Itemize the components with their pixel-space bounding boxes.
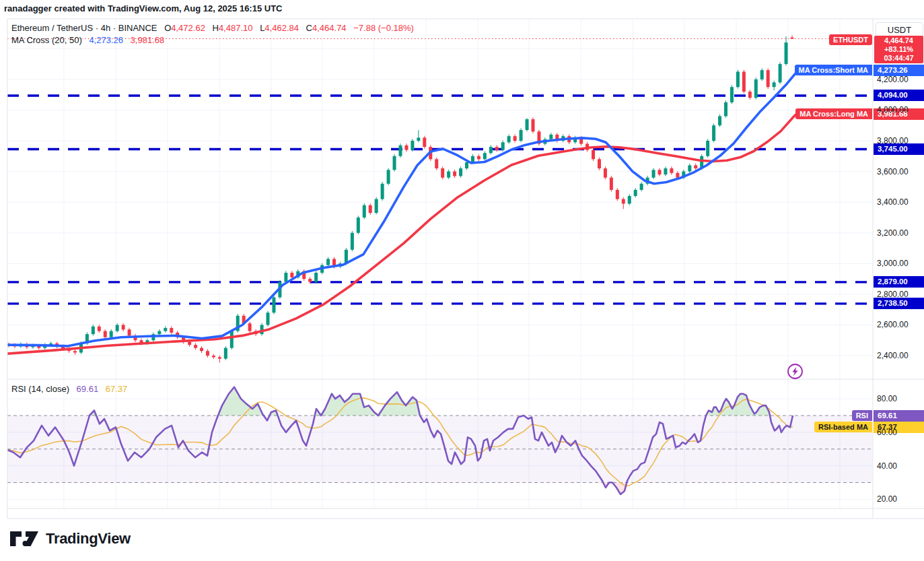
rsi-legend[interactable]: RSI (14, close) 69.61 67.37 — [11, 384, 127, 394]
chart-canvas[interactable] — [0, 0, 924, 561]
price-tick-label: 3,600.00 — [877, 166, 909, 177]
countdown-time: 03:44:47 — [874, 54, 923, 63]
ohlc-close-value: 4,464.74 — [312, 23, 347, 33]
rsi-ma-legend-value: 67.37 — [106, 384, 128, 394]
change-value: −7.88 (−0.18%) — [353, 23, 414, 33]
level-price-label: 4,094.00 — [874, 90, 924, 101]
symbol-title: Ethereum / TetherUS · 4h · BINANCE — [11, 23, 157, 33]
tradingview-logo-text: TradingView — [46, 530, 131, 548]
ma-cross-name: MA Cross (20, 50) — [11, 35, 82, 45]
ohlc-high-value: 4,487.10 — [219, 23, 253, 33]
rsi-name: RSI (14, close) — [11, 384, 69, 394]
ohlc-close-label: C — [306, 23, 312, 33]
tradingview-logo-icon — [9, 530, 39, 548]
symbol-price-badge: ETHUSDT — [829, 34, 872, 45]
tradingview-logo[interactable]: TradingView — [9, 530, 131, 548]
rsi-badge: RSI — [852, 410, 872, 421]
ma-short-badge: MA Cross:Short MA — [795, 65, 872, 75]
ma-long-badge: MA Cross:Long MA — [795, 108, 872, 119]
rsi-tick-label: 60.00 — [877, 427, 897, 438]
rsi-scale-value: 69.61 — [874, 410, 924, 422]
last-price-countdown-label: 4,464.74 +83.11% 03:44:47 — [874, 36, 923, 63]
price-tick-label: 3,000.00 — [877, 258, 909, 269]
rsi-tick-label: 20.00 — [877, 494, 897, 504]
symbol-legend[interactable]: Ethereum / TetherUS · 4h · BINANCE O4,47… — [11, 23, 414, 33]
price-tick-label: 4,200.00 — [877, 74, 909, 85]
level-price-label: 2,879.00 — [874, 276, 924, 288]
ohlc-open-value: 4,472.62 — [171, 23, 205, 33]
rsi-legend-value: 69.61 — [77, 384, 99, 394]
main-pane — [5, 35, 872, 362]
boost-lightning-icon[interactable] — [786, 362, 804, 381]
time-axis[interactable]: Jul4710131619222528Aug47101316 — [0, 508, 873, 521]
price-tick-label: 3,200.00 — [877, 228, 909, 238]
tradingview-chart-screenshot: ranadagger created with TradingView.com,… — [0, 0, 924, 561]
ohlc-high-label: H — [213, 23, 219, 33]
rsi-ma-badge: RSI-based MA — [814, 422, 872, 432]
countdown-change-pct: +83.11% — [874, 45, 923, 54]
rsi-tick-label: 80.00 — [877, 393, 897, 404]
ma-short-legend-value: 4,273.26 — [89, 35, 123, 45]
rsi-pane — [5, 387, 872, 494]
price-tick-label: 2,600.00 — [877, 319, 909, 330]
countdown-price: 4,464.74 — [874, 36, 923, 45]
ma-cross-legend[interactable]: MA Cross (20, 50) 4,273.26 3,981.68 — [11, 35, 164, 45]
ohlc-open-label: O — [164, 23, 171, 33]
rsi-tick-label: 40.00 — [877, 461, 897, 471]
price-tick-label: 3,400.00 — [877, 197, 909, 207]
level-price-label: 2,738.50 — [874, 298, 924, 309]
price-tick-label: 4,000.00 — [877, 104, 909, 115]
ma-long-legend-value: 3,981.68 — [131, 35, 165, 45]
candles — [7, 35, 794, 362]
ohlc-low-value: 4,462.84 — [264, 23, 299, 33]
price-tick-label: 2,400.00 — [877, 350, 909, 361]
level-price-label: 3,745.00 — [874, 143, 924, 155]
